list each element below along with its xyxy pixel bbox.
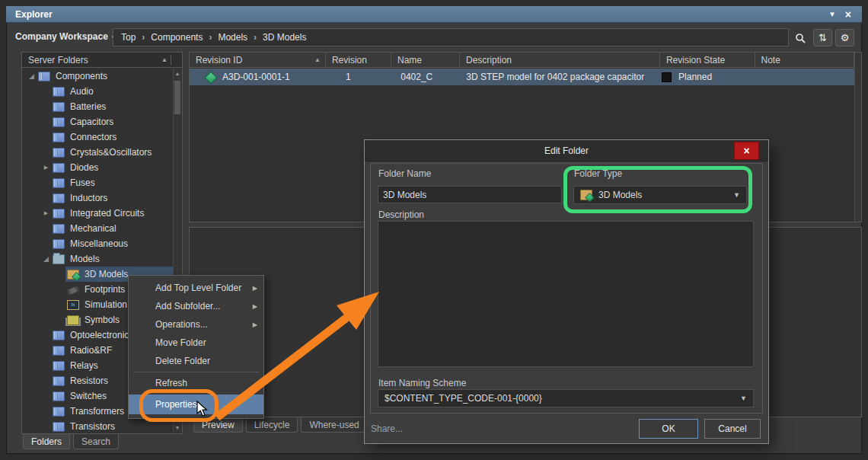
column-header-name[interactable]: Name	[391, 53, 460, 67]
tree-item-miscellaneous[interactable]: Miscellaneous	[22, 236, 173, 251]
model-3d-icon	[205, 72, 216, 82]
tree-item-crystals-oscillators[interactable]: Crystals&Oscillators	[22, 145, 173, 160]
tree-item-label: Miscellaneous	[70, 238, 128, 249]
chevron-right-icon: ›	[254, 32, 257, 43]
folder-stack-icon	[53, 331, 65, 340]
tree-item-label: Inductors	[70, 193, 107, 203]
column-header-label: Revision ID	[196, 55, 242, 65]
settings-button[interactable]: ⚙	[835, 29, 854, 46]
tree-item-label: Audio	[70, 86, 94, 97]
planned-state-swatch	[662, 72, 672, 82]
tab-folders[interactable]: Folders	[23, 434, 70, 449]
tree-item-label: Batteries	[70, 101, 106, 112]
folder-3d-icon	[67, 270, 79, 280]
tree-item-models[interactable]: ◢Models	[22, 251, 173, 267]
tree-item-batteries[interactable]: Batteries	[22, 99, 173, 114]
column-header-note[interactable]: Note	[755, 53, 855, 67]
dialog-close-button[interactable]: ×	[734, 142, 759, 160]
tree-item-label: Relays	[70, 360, 98, 371]
scroll-down-icon[interactable]: ▼	[174, 425, 181, 430]
breadcrumb-item-components[interactable]: Components	[151, 32, 203, 43]
tree-item-label: Transistors	[70, 421, 115, 432]
folder-stack-icon	[53, 407, 65, 417]
tree-item-integrated-circuits[interactable]: ▶Integrated Circuits	[22, 206, 173, 221]
annotation-highlight-folder-type	[563, 166, 752, 213]
tree-item-connectors[interactable]: Connectors	[22, 129, 173, 145]
folder-stack-icon	[53, 117, 65, 127]
column-header-revision-id[interactable]: Revision ID▲	[190, 53, 326, 67]
tree-item-fuses[interactable]: Fuses	[22, 175, 173, 190]
description-value: 3D STEP model for 0402 package capacitor	[466, 72, 644, 82]
tree-item-label: Integrated Circuits	[70, 208, 144, 219]
expand-open-icon[interactable]: ◢	[27, 72, 37, 80]
scroll-up-icon[interactable]: ▲	[174, 71, 181, 76]
expand-closed-icon[interactable]: ▶	[41, 165, 51, 171]
revision-value: 1	[346, 72, 351, 82]
workspace-label: Company Workspace	[15, 31, 108, 42]
tree-item-label: Footprints	[85, 284, 125, 295]
column-header-revision[interactable]: Revision	[326, 53, 391, 67]
tree-item-label: Symbols	[85, 315, 120, 325]
expand-closed-icon[interactable]: ▶	[41, 210, 51, 216]
panel-close-icon[interactable]: ×	[845, 8, 851, 21]
breadcrumb-item-models[interactable]: Models	[218, 32, 247, 43]
folder-stack-icon	[53, 239, 65, 249]
table-scrollbar[interactable]	[854, 53, 861, 222]
table-header-row: Revision ID▲RevisionNameDescriptionRevis…	[190, 53, 854, 68]
server-folders-header[interactable]: Server Folders ▲	[22, 53, 182, 68]
item-naming-scheme-dropdown[interactable]: $CONTENT_TYPE_CODE-001-{0000} ▼	[378, 389, 754, 407]
folder-stack-icon	[53, 361, 65, 371]
panel-title: Explorer	[6, 9, 830, 20]
description-textarea[interactable]	[378, 221, 754, 367]
cell-description: 3D STEP model for 0402 package capacitor	[460, 69, 660, 85]
search-icon	[795, 33, 806, 43]
cell-revision-state: Planned	[660, 69, 755, 85]
tree-item-audio[interactable]: Audio	[22, 84, 173, 99]
table-row[interactable]: A3D-001-0001-110402_C3D STEP model for 0…	[190, 69, 854, 85]
tree-item-label: Crystals&Oscillators	[70, 147, 152, 158]
workspace-selector[interactable]: Company Workspace▾	[15, 31, 115, 42]
folder-stack-icon	[53, 87, 65, 97]
expand-open-icon[interactable]: ◢	[41, 255, 51, 263]
tree-item-label: Diodes	[70, 162, 98, 173]
panel-menu-icon[interactable]: ▾	[830, 9, 834, 19]
scrollbar-thumb[interactable]	[174, 81, 180, 114]
chevron-right-icon: ›	[209, 32, 212, 43]
column-header-label: Description	[466, 55, 512, 65]
tree-item-label: Connectors	[70, 132, 116, 142]
folder-open-icon	[53, 254, 65, 264]
column-header-label: Revision State	[666, 55, 725, 65]
folder-stack-icon	[53, 346, 65, 356]
tree-item-label: Models	[70, 254, 100, 264]
refresh-button[interactable]: ⇅	[813, 29, 832, 46]
folder-name-label: Folder Name	[378, 168, 431, 179]
cell-name: 0402_C	[391, 69, 460, 85]
column-header-description[interactable]: Description	[460, 53, 660, 67]
folder-stack-icon	[53, 422, 65, 432]
breadcrumb-item-top[interactable]: Top	[121, 32, 136, 43]
folder-name-input[interactable]	[378, 186, 562, 203]
folder-stack-icon	[53, 163, 65, 173]
cancel-button[interactable]: Cancel	[704, 419, 761, 439]
tree-item-label: Radio&RF	[70, 345, 112, 356]
tree-item-label: 3D Models	[85, 269, 128, 280]
tree-item-label: Capacitors	[70, 117, 113, 127]
search-button[interactable]	[792, 30, 809, 46]
tree-item-inductors[interactable]: Inductors	[22, 190, 173, 206]
tree-item-diodes[interactable]: ▶Diodes	[22, 160, 173, 175]
sort-asc-icon: ▲	[161, 56, 171, 63]
tab-search[interactable]: Search	[73, 434, 119, 449]
tree-item-mechanical[interactable]: Mechanical	[22, 221, 173, 236]
column-header-label: Revision	[332, 55, 367, 65]
footprint-icon	[66, 285, 80, 295]
tree-item-capacitors[interactable]: Capacitors	[22, 114, 173, 129]
sidebar-tabs: FoldersSearch	[23, 434, 119, 449]
name-value: 0402_C	[400, 72, 432, 82]
tree-item-components[interactable]: ◢Components	[22, 69, 173, 84]
ok-button[interactable]: OK	[639, 419, 698, 439]
column-header-revision-state[interactable]: Revision State	[660, 53, 755, 67]
column-header-label: Note	[761, 55, 780, 65]
dialog-titlebar[interactable]: Edit Folder	[365, 140, 768, 161]
breadcrumb-item-3d-models[interactable]: 3D Models	[263, 32, 306, 43]
folder-stack-icon	[53, 209, 65, 219]
